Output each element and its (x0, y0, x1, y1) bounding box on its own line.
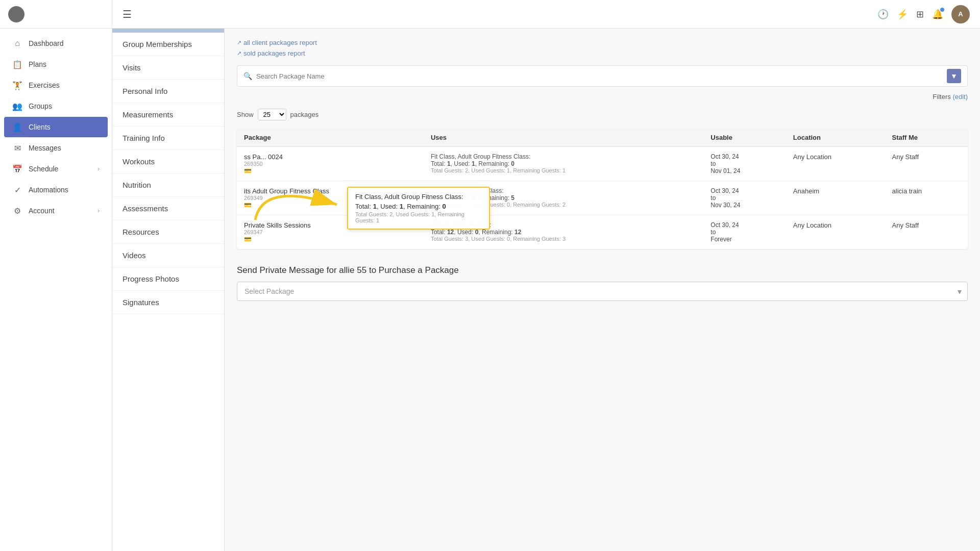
col-location: Location (786, 129, 885, 147)
main-panel: ↗ all client packages report ↗ sold pack… (225, 29, 980, 551)
clients-icon: 👤 (12, 122, 22, 132)
subnav-item-videos[interactable]: Videos (112, 244, 224, 267)
highlight-uses: Total: 1, Used: 1, Remaining: 0 (355, 203, 482, 210)
show-row: Show 25 50 100 packages (237, 109, 968, 120)
pkg-name-cell: ss Pa... 0024 269350 💳 (237, 147, 424, 181)
external-link-icon: ↗ (237, 50, 241, 57)
links-row: ↗ all client packages report ↗ sold pack… (237, 39, 968, 57)
chevron-right-icon: › (97, 207, 100, 214)
packages-label: packages (290, 111, 319, 118)
location-cell: Anaheim (786, 181, 885, 215)
subnav-item-nutrition[interactable]: Nutrition (112, 173, 224, 197)
subnav-item-progress-photos[interactable]: Progress Photos (112, 267, 224, 291)
usable-cell: Oct 30, 24to Forever (703, 215, 786, 249)
staff-cell: Any Staff (885, 147, 968, 181)
filters-edit-link[interactable]: (edit) (952, 93, 968, 101)
home-icon: ⌂ (12, 38, 22, 48)
sidebar-item-dashboard[interactable]: ⌂ Dashboard (4, 33, 108, 54)
highlight-used: 1 (400, 203, 403, 210)
sub-nav: Group Memberships Visits Personal Info M… (112, 29, 225, 551)
sidebar-item-groups[interactable]: 👥 Groups (4, 96, 108, 116)
uses-remaining: 5 (511, 194, 514, 202)
content-area: Group Memberships Visits Personal Info M… (112, 29, 980, 551)
highlight-callout: Fit Class, Adult Group Fitness Class: To… (347, 187, 490, 230)
sidebar: ⌂ Dashboard 📋 Plans 🏋 Exercises 👥 Groups… (0, 0, 112, 551)
select-package-wrapper: Select Package (237, 282, 968, 301)
groups-icon: 👥 (12, 101, 22, 111)
col-package: Package (237, 129, 424, 147)
history-icon[interactable]: 🕐 (877, 9, 889, 20)
uses-used: 1 (472, 160, 475, 167)
credit-card-icon: 💳 (244, 236, 252, 243)
main-wrapper: ☰ 🕐 ⚡ ⊞ 🔔 A Group Memberships Visits Per… (112, 0, 980, 551)
uses-used: 0 (475, 229, 479, 236)
chevron-right-icon: › (97, 165, 100, 172)
uses-guests: Total Guests: 2, Used Guests: 1, Remaini… (431, 167, 696, 173)
schedule-icon: 📅 (12, 164, 22, 174)
uses-total-label: Total: 1, Used: 1, Remaining: 0 (431, 160, 514, 167)
sub-nav-top-bar (112, 29, 224, 33)
subnav-item-resources[interactable]: Resources (112, 220, 224, 244)
pkg-id: 269350 (244, 161, 416, 167)
sidebar-item-messages[interactable]: ✉ Messages (4, 138, 108, 158)
sold-packages-link[interactable]: ↗ sold packages report (237, 49, 968, 57)
sidebar-item-account[interactable]: ⚙ Account › (4, 201, 108, 221)
show-label: Show (237, 111, 254, 118)
messages-icon: ✉ (12, 143, 22, 153)
uses-total: 1 (447, 160, 451, 167)
subnav-item-signatures[interactable]: Signatures (112, 291, 224, 314)
sidebar-item-label: Schedule (29, 165, 58, 173)
sidebar-item-label: Account (29, 207, 55, 215)
uses-total-label: Total: 12, Used: 0, Remaining: 12 (431, 229, 521, 236)
all-client-packages-link[interactable]: ↗ all client packages report (237, 39, 968, 46)
table-row: Private Skills Sessions 269347 💳 Private… (237, 215, 968, 249)
menu-button[interactable]: ☰ (122, 8, 132, 20)
highlight-total: 1 (373, 203, 377, 210)
subnav-item-group-memberships[interactable]: Group Memberships (112, 33, 224, 56)
table-row: ss Pa... 0024 269350 💳 Fit Class, Adult … (237, 147, 968, 181)
sidebar-item-label: Messages (29, 144, 61, 152)
external-link-icon: ↗ (237, 39, 241, 46)
uses-guests: Total Guests: 3, Used Guests: 0, Remaini… (431, 236, 696, 242)
pkg-name: ss Pa... 0024 (244, 153, 416, 161)
sidebar-item-label: Groups (29, 102, 52, 110)
notification-dot (940, 8, 944, 12)
subnav-item-workouts[interactable]: Workouts (112, 150, 224, 173)
highlight-guests: Total Guests: 2, Used Guests: 1, Remaini… (355, 211, 482, 223)
subnav-item-training-info[interactable]: Training Info (112, 127, 224, 150)
usable-cell: Oct 30, 24to Nov 30, 24 (703, 181, 786, 215)
table-row: its Adult Group Fitness Class 269349 💳 A… (237, 181, 968, 215)
sidebar-item-automations[interactable]: ✓ Automations (4, 180, 108, 200)
lightning-icon[interactable]: ⚡ (897, 9, 908, 20)
subnav-item-visits[interactable]: Visits (112, 56, 224, 80)
sidebar-item-plans[interactable]: 📋 Plans (4, 54, 108, 74)
show-select[interactable]: 25 50 100 (258, 109, 286, 120)
location-cell: Any Location (786, 215, 885, 249)
subnav-item-assessments[interactable]: Assessments (112, 197, 224, 220)
topbar: ☰ 🕐 ⚡ ⊞ 🔔 A (112, 0, 980, 29)
grid-icon[interactable]: ⊞ (916, 9, 924, 20)
topbar-icons: 🕐 ⚡ ⊞ 🔔 A (877, 5, 970, 23)
filters-label: Filters (933, 93, 950, 101)
uses-cell: Fit Class, Adult Group Fitness Class: To… (424, 147, 703, 181)
automations-icon: ✓ (12, 185, 22, 195)
search-input[interactable] (256, 72, 943, 80)
sidebar-item-schedule[interactable]: 📅 Schedule › (4, 159, 108, 179)
col-staff: Staff Me (885, 129, 968, 147)
credit-card-icon: 💳 (244, 202, 252, 209)
pkg-id: 269347 (244, 229, 416, 235)
staff-cell: Any Staff (885, 215, 968, 249)
sidebar-item-label: Clients (29, 123, 51, 131)
location-cell: Any Location (786, 147, 885, 181)
uses-label: Fit Class, Adult Group Fitness Class: To… (431, 153, 696, 167)
staff-cell: alicia train (885, 181, 968, 215)
avatar[interactable]: A (951, 5, 970, 23)
select-package[interactable]: Select Package (237, 282, 968, 301)
sidebar-item-clients[interactable]: 👤 Clients (4, 117, 108, 137)
sidebar-item-exercises[interactable]: 🏋 Exercises (4, 75, 108, 95)
bell-icon[interactable]: 🔔 (932, 9, 943, 20)
exercises-icon: 🏋 (12, 80, 22, 90)
subnav-item-personal-info[interactable]: Personal Info (112, 80, 224, 103)
subnav-item-measurements[interactable]: Measurements (112, 103, 224, 127)
filter-button[interactable]: ▼ (947, 69, 961, 83)
